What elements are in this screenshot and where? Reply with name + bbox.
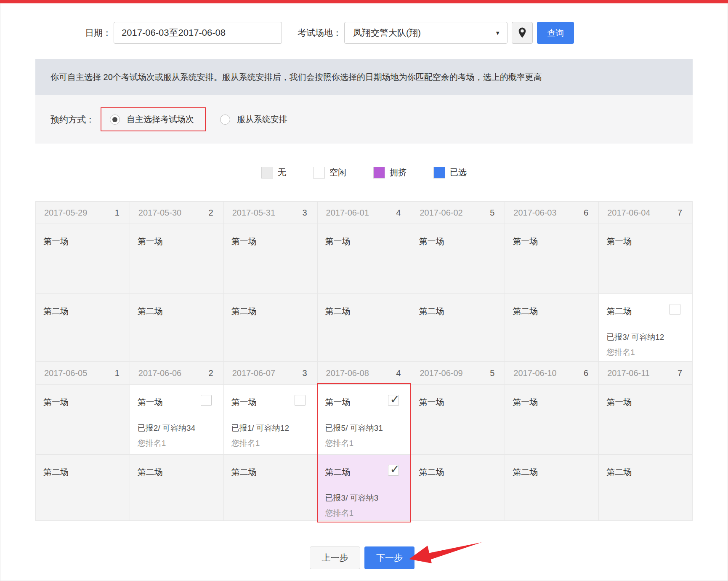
- session-name: 第二场: [43, 306, 69, 316]
- previous-step-button[interactable]: 上一步: [310, 546, 360, 569]
- legend-swatch: [313, 167, 325, 179]
- session-name: 第二场: [43, 467, 69, 477]
- session-cell: 第一场: [411, 385, 505, 454]
- session-name: 第一场: [231, 237, 257, 246]
- session-cell[interactable]: 第一场已报2/ 可容纳34您排名1: [130, 385, 223, 454]
- red-arrow-icon: [409, 542, 483, 565]
- next-step-button[interactable]: 下一步: [364, 546, 414, 569]
- session-cell: 第二场: [505, 455, 598, 520]
- venue-select-value: 凤翔交警大队(翔): [353, 28, 421, 37]
- session-cell: 第二场: [36, 455, 130, 520]
- session-name: 第二场: [419, 306, 444, 316]
- day-number: 2: [209, 368, 213, 378]
- radio-unselected-icon[interactable]: [220, 115, 230, 125]
- legend-item: 已选: [433, 167, 467, 179]
- date-range-input[interactable]: 2017-06-03至2017-06-08: [114, 22, 282, 44]
- session-name: 第一场: [419, 237, 444, 246]
- session-checkbox[interactable]: [295, 395, 306, 406]
- booking-method-label: 预约方式：: [50, 114, 95, 125]
- day-number: 4: [396, 368, 401, 378]
- day-date: 2017-06-01: [326, 208, 369, 218]
- radio-option-label: 自主选择考试场次: [127, 114, 194, 125]
- day-number: 6: [584, 208, 588, 218]
- day-date: 2017-06-05: [44, 368, 87, 378]
- session-name: 第一场: [231, 397, 257, 407]
- legend-item: 无: [261, 167, 286, 179]
- day-number: 4: [396, 208, 401, 218]
- legend-label: 拥挤: [390, 167, 407, 178]
- top-accent-bar: [0, 0, 728, 3]
- session-cell[interactable]: 第二场已报3/ 可容纳3您排名1: [317, 455, 411, 520]
- session-name: 第二场: [513, 467, 538, 477]
- session-name: 第二场: [138, 467, 163, 477]
- session-cell[interactable]: 第一场已报1/ 可容纳12您排名1: [223, 385, 317, 454]
- session-name: 第二场: [325, 467, 351, 477]
- day-number: 2: [209, 208, 213, 218]
- session-checkbox-checked[interactable]: [388, 465, 399, 476]
- legend-swatch: [433, 167, 445, 179]
- session-capacity: 已报3/ 可容纳3: [325, 493, 379, 504]
- session-cell: 第一场: [36, 224, 130, 293]
- status-legend: 无空闲拥挤已选: [35, 144, 693, 201]
- session-cell[interactable]: 第一场已报5/ 可容纳31您排名1: [317, 385, 411, 454]
- session-capacity: 已报3/ 可容纳12: [606, 332, 664, 343]
- session-checkbox-checked[interactable]: [388, 395, 399, 406]
- day-date: 2017-06-08: [326, 368, 369, 378]
- session-name: 第二场: [513, 306, 538, 316]
- day-number: 3: [302, 208, 307, 218]
- legend-label: 已选: [450, 167, 467, 178]
- radio-option-self-select[interactable]: 自主选择考试场次: [101, 107, 206, 131]
- session-row: 第二场第二场第二场第二场已报3/ 可容纳3您排名1第二场第二场第二场: [36, 454, 692, 520]
- day-header-cell: 2017-06-062: [130, 362, 223, 384]
- session-row: 第一场第一场已报2/ 可容纳34您排名1第一场已报1/ 可容纳12您排名1第一场…: [36, 384, 692, 454]
- session-cell: 第二场: [36, 294, 130, 361]
- location-button[interactable]: [512, 22, 533, 44]
- map-pin-icon: [518, 27, 526, 39]
- legend-label: 无: [278, 167, 286, 178]
- query-button[interactable]: 查询: [537, 22, 574, 44]
- radio-option-system-assign[interactable]: 服从系统安排: [220, 114, 287, 125]
- session-cell: 第二场: [223, 294, 317, 361]
- session-checkbox[interactable]: [201, 395, 212, 406]
- radio-option-label: 服从系统安排: [237, 114, 287, 125]
- session-name: 第一场: [419, 397, 444, 407]
- day-date: 2017-06-11: [607, 368, 650, 378]
- day-date: 2017-05-31: [232, 208, 275, 218]
- session-rank: 您排名1: [138, 438, 166, 449]
- day-number: 6: [584, 368, 588, 378]
- session-cell: 第一场: [223, 224, 317, 293]
- day-header-cell: 2017-06-051: [36, 362, 130, 384]
- session-cell[interactable]: 第二场已报3/ 可容纳12您排名1: [598, 294, 692, 361]
- session-cell: 第一场: [598, 224, 692, 293]
- day-header-cell: 2017-06-106: [505, 362, 598, 384]
- session-name: 第一场: [325, 237, 351, 246]
- session-rank: 您排名1: [231, 438, 260, 449]
- session-cell: 第二场: [223, 455, 317, 520]
- day-number: 1: [115, 208, 120, 218]
- day-date: 2017-06-07: [232, 368, 275, 378]
- booking-panel: 你可自主选择 20个考试场次或服从系统安排。服从系统安排后，我们会按照你选择的日…: [35, 59, 693, 521]
- session-name: 第一场: [606, 237, 632, 246]
- session-cell: 第二场: [411, 294, 505, 361]
- legend-item: 空闲: [313, 167, 346, 179]
- session-cell: 第一场: [36, 385, 130, 454]
- day-date: 2017-06-06: [138, 368, 181, 378]
- session-cell: 第一场: [505, 224, 598, 293]
- day-header-cell: 2017-05-291: [36, 202, 130, 224]
- session-cell: 第一场: [411, 224, 505, 293]
- session-name: 第二场: [325, 306, 351, 316]
- session-cell: 第一场: [598, 385, 692, 454]
- venue-select[interactable]: 凤翔交警大队(翔) ▼: [344, 22, 507, 44]
- session-name: 第二场: [231, 467, 257, 477]
- day-header-cell: 2017-06-036: [505, 202, 598, 224]
- page: 日期： 2017-06-03至2017-06-08 考试场地： 凤翔交警大队(翔…: [0, 0, 728, 581]
- radio-selected-icon[interactable]: [110, 115, 120, 125]
- day-header-cell: 2017-06-047: [598, 202, 692, 224]
- day-header-cell: 2017-05-302: [130, 202, 223, 224]
- session-name: 第二场: [138, 306, 163, 316]
- session-cell: 第二场: [411, 455, 505, 520]
- day-header-cell: 2017-06-025: [411, 202, 505, 224]
- session-checkbox[interactable]: [670, 304, 680, 315]
- day-number: 1: [115, 368, 120, 378]
- week-header-row: 2017-05-2912017-05-3022017-05-3132017-06…: [36, 202, 692, 224]
